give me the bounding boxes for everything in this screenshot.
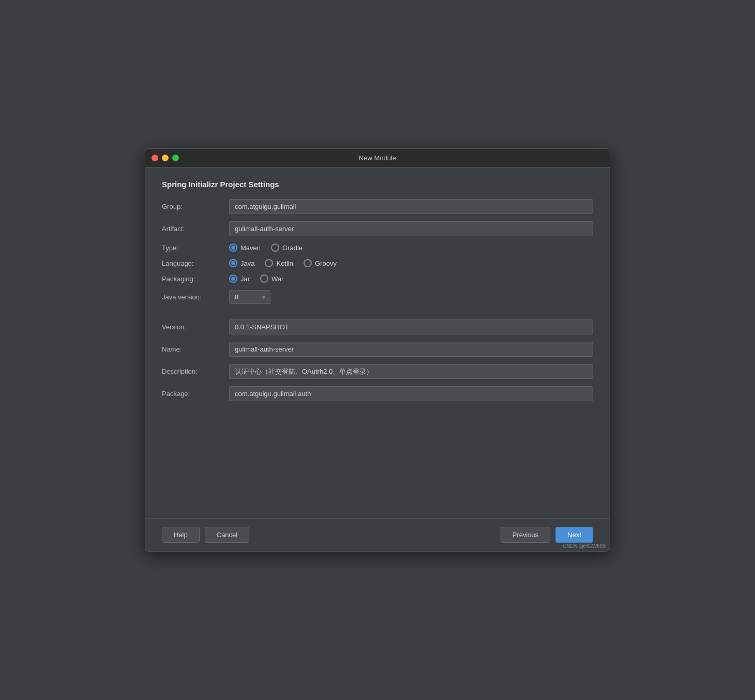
- language-groovy-text: Groovy: [315, 260, 337, 267]
- language-groovy-radio[interactable]: [304, 259, 312, 267]
- dialog-footer: Help Cancel Previous Next: [145, 518, 610, 551]
- packaging-jar-label[interactable]: Jar: [229, 275, 250, 283]
- language-radio-group: Java Kotlin Groovy: [229, 259, 337, 267]
- packaging-war-text: War: [271, 275, 283, 283]
- help-button[interactable]: Help: [162, 527, 200, 543]
- java-version-label: Java version:: [162, 293, 229, 301]
- section-title: Spring Initializr Project Settings: [162, 180, 593, 189]
- description-row: Description:: [162, 364, 593, 379]
- language-java-radio[interactable]: [229, 259, 237, 267]
- bottom-spacer: [162, 408, 593, 506]
- title-bar: New Module: [145, 149, 610, 168]
- group-row: Group:: [162, 199, 593, 214]
- language-kotlin-label[interactable]: Kotlin: [265, 259, 293, 267]
- packaging-row: Packaging: Jar War: [162, 275, 593, 283]
- packaging-label: Packaging:: [162, 275, 229, 283]
- type-gradle-text: Gradle: [282, 244, 303, 252]
- artifact-row: Artifact:: [162, 221, 593, 236]
- type-row: Type: Maven Gradle: [162, 244, 593, 252]
- watermark: CSDN @HGW689: [563, 543, 606, 549]
- artifact-label: Artifact:: [162, 225, 229, 233]
- next-button[interactable]: Next: [555, 527, 593, 543]
- version-input[interactable]: [229, 319, 593, 334]
- packaging-war-label[interactable]: War: [260, 275, 283, 283]
- name-row: Name:: [162, 342, 593, 357]
- language-kotlin-radio[interactable]: [265, 259, 273, 267]
- group-label: Group:: [162, 203, 229, 210]
- language-java-label[interactable]: Java: [229, 259, 254, 267]
- type-maven-text: Maven: [240, 244, 261, 252]
- close-button[interactable]: [152, 155, 158, 161]
- type-radio-group: Maven Gradle: [229, 244, 303, 252]
- type-gradle-label[interactable]: Gradle: [271, 244, 303, 252]
- cancel-button[interactable]: Cancel: [205, 527, 249, 543]
- packaging-jar-text: Jar: [240, 275, 250, 283]
- name-input[interactable]: [229, 342, 593, 357]
- java-version-row: Java version: 8 11 14 17 ▼: [162, 290, 593, 304]
- packaging-war-radio[interactable]: [260, 275, 268, 283]
- java-version-select[interactable]: 8 11 14 17: [229, 290, 270, 304]
- language-java-text: Java: [240, 260, 254, 267]
- package-row: Package:: [162, 386, 593, 401]
- package-label: Package:: [162, 390, 229, 398]
- group-input[interactable]: [229, 199, 593, 214]
- packaging-radio-group: Jar War: [229, 275, 283, 283]
- packaging-jar-radio[interactable]: [229, 275, 237, 283]
- artifact-input[interactable]: [229, 221, 593, 236]
- name-label: Name:: [162, 345, 229, 353]
- window-title: New Module: [359, 154, 396, 162]
- language-label: Language:: [162, 260, 229, 267]
- form-content: Spring Initializr Project Settings Group…: [145, 168, 610, 518]
- type-label: Type:: [162, 244, 229, 252]
- minimize-button[interactable]: [162, 155, 169, 161]
- language-row: Language: Java Kotlin Groovy: [162, 259, 593, 267]
- description-input[interactable]: [229, 364, 593, 379]
- java-version-select-wrapper: 8 11 14 17 ▼: [229, 290, 270, 304]
- footer-left-buttons: Help Cancel: [162, 527, 249, 543]
- title-bar-buttons: [152, 155, 179, 161]
- package-input[interactable]: [229, 386, 593, 401]
- version-label: Version:: [162, 323, 229, 331]
- type-maven-label[interactable]: Maven: [229, 244, 261, 252]
- previous-button[interactable]: Previous: [501, 527, 551, 543]
- footer-right-buttons: Previous Next: [501, 527, 593, 543]
- dialog-window: New Module Spring Initializr Project Set…: [145, 148, 610, 552]
- spacer: [162, 311, 593, 319]
- maximize-button[interactable]: [172, 155, 179, 161]
- language-kotlin-text: Kotlin: [276, 260, 293, 267]
- version-row: Version:: [162, 319, 593, 334]
- description-label: Description:: [162, 368, 229, 375]
- language-groovy-label[interactable]: Groovy: [304, 259, 337, 267]
- type-maven-radio[interactable]: [229, 244, 237, 252]
- type-gradle-radio[interactable]: [271, 244, 279, 252]
